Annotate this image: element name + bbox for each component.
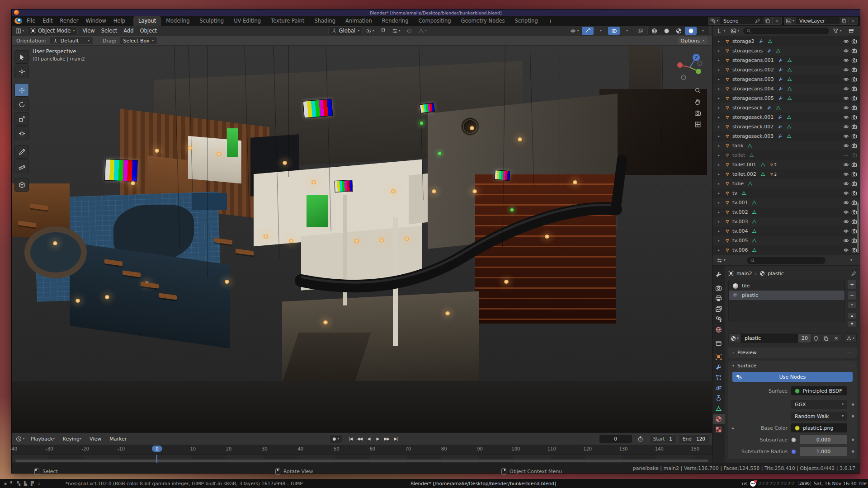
outliner-item[interactable]: ▸ tv (712, 188, 860, 198)
expand-arrow-icon[interactable]: ▸ (718, 77, 722, 81)
shading-dropdown[interactable]: ▾ (697, 27, 709, 35)
expand-arrow-icon[interactable]: ▸ (718, 153, 722, 157)
frame-start-field[interactable]: Start1 (649, 434, 676, 443)
subsurface-slider[interactable]: 0.000 (800, 435, 847, 444)
previous-keyframe-button[interactable]: ◀◀ (355, 435, 364, 443)
disable-in-render-toggle[interactable] (851, 133, 857, 139)
tool-select-box[interactable] (14, 50, 29, 64)
shading-material-preview-button[interactable] (673, 27, 684, 35)
outliner-item[interactable]: ▸ tv.004 (712, 226, 860, 236)
viewport-canvas[interactable]: User Perspective (0) panelbake | main2 Z (12, 46, 712, 432)
tab-modifiers[interactable] (713, 362, 725, 372)
disable-in-render-toggle[interactable] (851, 209, 857, 215)
tab-output[interactable] (713, 293, 725, 304)
expand-arrow-icon[interactable]: ▸ (718, 134, 722, 138)
auto-keying-toggle[interactable]: ●▾ (330, 434, 343, 443)
outliner-filter-button[interactable]: ▾ (831, 27, 843, 35)
jump-to-start-button[interactable]: |◀ (346, 435, 355, 443)
current-frame-field[interactable]: 0 (599, 435, 632, 443)
drag-dropdown[interactable]: Select Box ▾ (120, 37, 157, 44)
timeline-editor-selector[interactable]: ▾ (14, 435, 26, 443)
tab-world[interactable] (713, 324, 725, 335)
subsurface-radius-slider[interactable]: 1.000 (800, 447, 847, 456)
hide-in-viewport-toggle[interactable] (843, 162, 849, 168)
disable-in-render-toggle[interactable] (851, 219, 857, 225)
distribution-dropdown[interactable]: GGX ▾ (791, 400, 847, 409)
gizmo-neg-axis[interactable] (698, 61, 702, 66)
material-slot-tile[interactable]: tile (729, 281, 844, 291)
properties-editor-selector[interactable]: ▾ (715, 256, 727, 264)
outliner-item[interactable]: ▸ tank (712, 141, 860, 150)
outliner-editor-selector[interactable]: ▾ (715, 27, 727, 35)
hide-in-viewport-toggle[interactable] (843, 181, 849, 187)
hide-in-viewport-toggle[interactable] (843, 143, 849, 149)
outliner-item[interactable]: ▸ storagesack (712, 103, 860, 113)
expand-arrow-icon[interactable]: ▸ (718, 210, 722, 214)
viewlayer-selector[interactable]: ▾ ViewLayer × (784, 17, 858, 25)
gizmo-x-axis[interactable] (677, 62, 683, 68)
tab-scene[interactable] (713, 314, 725, 324)
overlays-dropdown[interactable]: ▾ (621, 27, 633, 35)
use-nodes-button[interactable]: Use Nodes (732, 372, 853, 382)
hide-in-viewport-toggle[interactable] (843, 219, 849, 225)
hide-in-viewport-toggle[interactable] (843, 57, 849, 63)
disable-in-render-toggle[interactable] (851, 48, 857, 54)
workspace-tab-layout[interactable]: Layout (133, 16, 161, 26)
disable-in-render-toggle[interactable] (851, 86, 857, 92)
workspace-tab-texture-paint[interactable]: Texture Paint (266, 16, 309, 26)
surface-panel-header[interactable]: ▾ Surface ···· (728, 361, 857, 371)
disable-in-render-toggle[interactable] (851, 162, 857, 168)
gizmo-y-axis[interactable] (696, 69, 701, 74)
tool-rotate[interactable] (14, 98, 29, 111)
next-keyframe-button[interactable]: ▶▶ (382, 435, 391, 443)
tool-annotate[interactable] (14, 145, 29, 159)
taskbar-tag-icon[interactable]: ▪ (4, 481, 7, 486)
add-workspace-button[interactable]: + (543, 16, 558, 26)
outliner-item[interactable]: ▸ storagecans.001 (712, 56, 860, 65)
taskbar-gimp-title[interactable]: *nosignal.xcf-102.0 (RGB color 8-bit gam… (66, 481, 303, 486)
expand-arrow-icon[interactable]: ▸ (718, 68, 722, 72)
expand-arrow-icon[interactable]: ▸ (718, 248, 722, 252)
scene-selector[interactable]: ▾ Scene × (708, 17, 782, 25)
fake-user-button[interactable] (811, 333, 821, 343)
proportional-editing-toggle[interactable] (403, 27, 415, 35)
hide-in-viewport-toggle[interactable] (843, 76, 849, 82)
resize-grip[interactable]: ···· (728, 327, 857, 333)
window-titlebar[interactable]: Blender* [/home/amalie/Desktop/blender/b… (12, 9, 860, 16)
workspace-tab-compositing[interactable]: Compositing (413, 16, 456, 26)
tool-measure[interactable] (14, 160, 29, 173)
camera-view-icon[interactable] (694, 110, 701, 117)
disable-in-render-toggle[interactable] (851, 190, 857, 196)
outliner-item[interactable]: ▸ storagecans.002 (712, 65, 860, 75)
new-collection-button[interactable] (845, 27, 857, 35)
disable-in-render-toggle[interactable] (851, 181, 857, 187)
hide-in-viewport-toggle[interactable] (843, 67, 849, 73)
expand-arrow-icon[interactable]: ▸ (718, 96, 722, 100)
hide-in-viewport-toggle[interactable] (843, 124, 849, 130)
editor-type-selector[interactable]: ▾ (14, 27, 26, 35)
options-dropdown[interactable]: Options ▾ (678, 37, 708, 44)
show-gizmo-toggle[interactable] (582, 27, 594, 35)
workspace-tab-scripting[interactable]: Scripting (510, 16, 543, 26)
disable-in-render-toggle[interactable] (851, 171, 857, 177)
tool-add-cube[interactable] (14, 178, 29, 192)
tab-physics[interactable] (713, 383, 725, 393)
expand-arrow-icon[interactable]: ▸ (718, 229, 722, 233)
expand-arrow-icon[interactable]: ▸ (718, 172, 722, 176)
menu-window[interactable]: Window (82, 16, 109, 26)
tool-transform[interactable] (14, 127, 29, 140)
disable-in-render-toggle[interactable] (851, 200, 857, 206)
add-slot-button[interactable]: + (847, 280, 857, 289)
orientation-dropdown[interactable]: Default ▾ (50, 37, 93, 44)
hide-in-viewport-toggle[interactable] (843, 228, 849, 234)
outliner-item[interactable]: ▸ tv.003 (712, 217, 860, 226)
hide-in-viewport-toggle[interactable] (843, 86, 849, 92)
timeline-ruler[interactable]: -40-30-20-100102030405060708090100110120… (12, 445, 712, 455)
hide-in-viewport-toggle[interactable] (843, 48, 849, 54)
tool-cursor[interactable] (14, 65, 29, 78)
viewlayer-remove-button[interactable]: × (849, 17, 858, 25)
outliner-item[interactable]: ▸ toilet (712, 150, 860, 160)
expand-arrow-icon[interactable]: ▸ (718, 239, 722, 243)
timeline-menu-view[interactable]: View (86, 436, 105, 442)
shading-rendered-button[interactable] (685, 27, 697, 35)
